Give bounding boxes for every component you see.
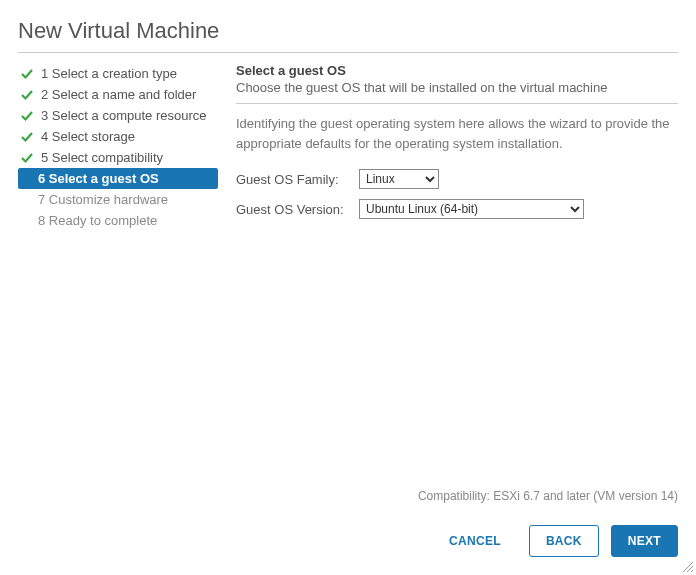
resize-grip-icon[interactable] [680,559,694,573]
step-5-compatibility[interactable]: 5 Select compatibility [18,147,218,168]
wizard-steps-sidebar: 1 Select a creation type 2 Select a name… [18,63,218,231]
step-label: 3 Select a compute resource [41,108,206,123]
step-label: 2 Select a name and folder [41,87,196,102]
check-icon [20,67,34,81]
section-divider [236,103,678,104]
guest-os-family-label: Guest OS Family: [236,172,351,187]
cancel-button[interactable]: CANCEL [433,526,517,556]
step-8-ready-complete: 8 Ready to complete [18,210,218,231]
title-divider [18,52,678,53]
section-subtitle: Choose the guest OS that will be install… [236,80,678,95]
content-panel: Select a guest OS Choose the guest OS th… [236,63,678,231]
check-icon [20,130,34,144]
guest-os-version-select[interactable]: Ubuntu Linux (64-bit) [359,199,584,219]
step-7-customize-hardware: 7 Customize hardware [18,189,218,210]
next-button[interactable]: NEXT [611,525,678,557]
button-bar: CANCEL BACK NEXT [18,525,678,557]
step-4-storage[interactable]: 4 Select storage [18,126,218,147]
step-3-compute-resource[interactable]: 3 Select a compute resource [18,105,218,126]
guest-os-version-row: Guest OS Version: Ubuntu Linux (64-bit) [236,199,678,219]
check-icon [20,151,34,165]
step-label: 6 Select a guest OS [38,171,159,186]
footer: Compatibility: ESXi 6.7 and later (VM ve… [18,489,678,557]
guest-os-family-select[interactable]: Linux [359,169,439,189]
step-1-creation-type[interactable]: 1 Select a creation type [18,63,218,84]
back-button[interactable]: BACK [529,525,599,557]
check-icon [20,109,34,123]
step-6-guest-os[interactable]: 6 Select a guest OS [18,168,218,189]
check-icon [20,88,34,102]
guest-os-family-row: Guest OS Family: Linux [236,169,678,189]
section-help-text: Identifying the guest operating system h… [236,114,678,153]
step-label: 1 Select a creation type [41,66,177,81]
section-title: Select a guest OS [236,63,678,78]
svg-line-2 [691,570,693,572]
page-title: New Virtual Machine [18,18,678,44]
step-label: 5 Select compatibility [41,150,163,165]
step-label: 4 Select storage [41,129,135,144]
step-label: 7 Customize hardware [38,192,168,207]
guest-os-version-label: Guest OS Version: [236,202,351,217]
step-2-name-folder[interactable]: 2 Select a name and folder [18,84,218,105]
compatibility-text: Compatibility: ESXi 6.7 and later (VM ve… [18,489,678,503]
step-label: 8 Ready to complete [38,213,157,228]
